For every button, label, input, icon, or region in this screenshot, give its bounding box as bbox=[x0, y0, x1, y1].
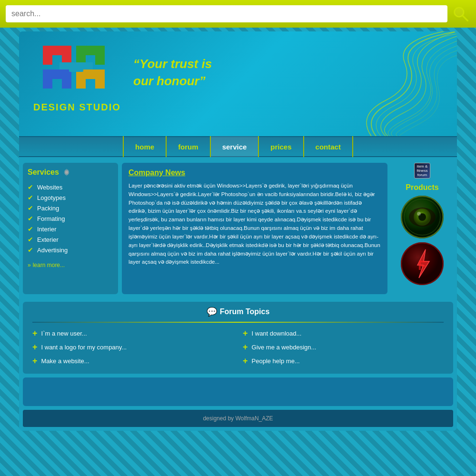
logo-area: DESIGN STUDIO bbox=[33, 41, 121, 113]
svg-text:F: F bbox=[418, 258, 426, 273]
search-icon bbox=[452, 5, 469, 22]
news-title: Company News bbox=[129, 169, 381, 177]
forum-item-label: Make a website... bbox=[41, 357, 89, 365]
service-websites[interactable]: ✔Websites bbox=[28, 182, 113, 192]
nav-item-contact[interactable]: contact bbox=[304, 136, 353, 157]
search-input[interactable] bbox=[6, 5, 447, 22]
nav-item-forum[interactable]: forum bbox=[167, 136, 211, 157]
forum-item-label: I want a logo for my company... bbox=[41, 344, 127, 351]
svg-point-2 bbox=[455, 8, 464, 17]
forum-divider bbox=[32, 322, 444, 323]
plus-icon: + bbox=[32, 342, 38, 352]
news-panel: Company News Layer pəncərəsini aktiv etm… bbox=[122, 163, 387, 294]
products-badge: item &fitnessforum bbox=[414, 163, 430, 178]
services-header: Services bbox=[28, 168, 113, 177]
svg-line-1 bbox=[463, 16, 468, 21]
forum-item-5[interactable]: + Make a website... bbox=[32, 356, 233, 366]
service-logotypes[interactable]: ✔Logotypes bbox=[28, 192, 113, 203]
footer-band bbox=[23, 377, 453, 406]
forum-item-3[interactable]: + I want a logo for my company... bbox=[32, 342, 233, 352]
forum-item-6[interactable]: + People help me... bbox=[243, 356, 444, 366]
svg-point-11 bbox=[417, 212, 421, 216]
products-panel: item &fitnessforum Products bbox=[391, 163, 453, 294]
header-tagline: “Your trust is our honour” bbox=[133, 55, 212, 90]
studio-label: DESIGN STUDIO bbox=[33, 102, 121, 113]
services-panel: Services ✔Websites ✔Logotypes ✔Packing ✔… bbox=[23, 163, 118, 294]
product-item-1[interactable] bbox=[401, 196, 444, 238]
nav-item-prices[interactable]: prices bbox=[259, 136, 304, 157]
forum-item-4[interactable]: + Give me a webdesign... bbox=[243, 342, 444, 352]
content-area: Services ✔Websites ✔Logotypes ✔Packing ✔… bbox=[19, 157, 457, 300]
forum-item-label: People help me... bbox=[252, 357, 300, 365]
forum-title: Forum Topics bbox=[220, 307, 270, 316]
service-advertising[interactable]: ✔Advertising bbox=[28, 245, 113, 255]
nav-item-home[interactable]: home bbox=[123, 136, 167, 157]
service-exterier[interactable]: ✔Exterier bbox=[28, 234, 113, 245]
services-title: Services bbox=[28, 168, 59, 177]
plus-icon: + bbox=[243, 356, 248, 366]
forum-item-2[interactable]: + I want download... bbox=[243, 328, 444, 338]
plus-icon: + bbox=[32, 328, 38, 338]
products-title: Products bbox=[406, 183, 438, 192]
header-banner: DESIGN STUDIO “Your trust is our honour” bbox=[19, 31, 457, 136]
search-bar bbox=[0, 0, 476, 28]
forum-item-1[interactable]: + I`m a new user... bbox=[32, 328, 233, 338]
logo-icon bbox=[33, 41, 119, 98]
plus-icon: + bbox=[32, 356, 38, 366]
forum-item-label: I`m a new user... bbox=[41, 330, 87, 337]
forum-item-label: Give me a webdesign... bbox=[252, 344, 317, 351]
navigation-bar: home forum service prices contact bbox=[19, 136, 457, 157]
search-button[interactable] bbox=[451, 4, 470, 23]
forum-header: 💬 Forum Topics bbox=[32, 307, 444, 317]
main-wrapper: DESIGN STUDIO “Your trust is our honour”… bbox=[19, 31, 457, 431]
forum-section: 💬 Forum Topics + I`m a new user... + I w… bbox=[23, 302, 453, 374]
plus-icon: + bbox=[243, 342, 248, 352]
footer-text: designed by WolfmaN_AZE bbox=[203, 415, 273, 422]
gear-icon bbox=[62, 168, 71, 177]
service-packing[interactable]: ✔Packing bbox=[28, 203, 113, 213]
services-list: ✔Websites ✔Logotypes ✔Packing ✔Formating… bbox=[28, 182, 113, 255]
svg-rect-4 bbox=[60, 62, 71, 69]
svg-rect-5 bbox=[81, 62, 93, 69]
header-wave-decoration bbox=[267, 31, 457, 136]
news-text: Layer pəncərəsini aktiv etmək üçün Windo… bbox=[129, 182, 381, 267]
learn-more-arrow: » bbox=[28, 262, 31, 268]
forum-grid: + I`m a new user... + I want download...… bbox=[32, 328, 444, 366]
forum-bubble-icon: 💬 bbox=[207, 307, 217, 317]
forum-item-label: I want download... bbox=[252, 330, 302, 337]
service-interier[interactable]: ✔Interier bbox=[28, 224, 113, 234]
nav-item-service[interactable]: service bbox=[211, 136, 259, 157]
plus-icon: + bbox=[243, 328, 248, 338]
service-formating[interactable]: ✔Formating bbox=[28, 213, 113, 224]
product-item-2[interactable]: F bbox=[401, 242, 444, 285]
bottom-footer: designed by WolfmaN_AZE bbox=[23, 410, 453, 427]
learn-more-link[interactable]: » learn more... bbox=[28, 262, 113, 268]
